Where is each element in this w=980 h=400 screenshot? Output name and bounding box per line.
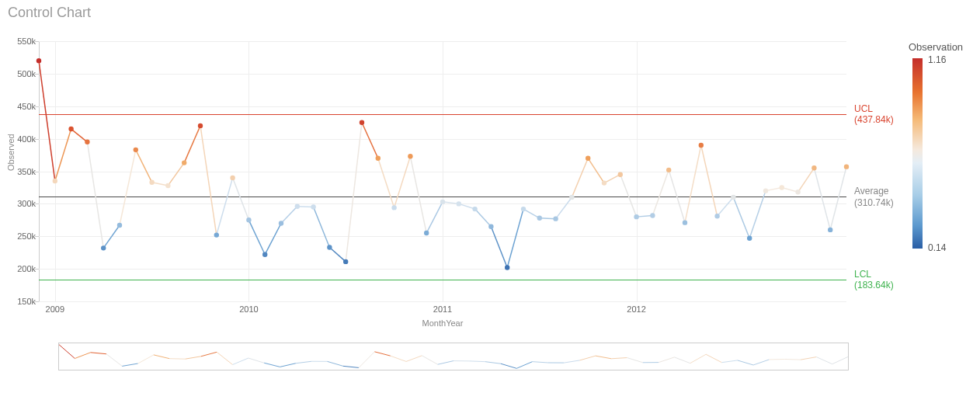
gridline — [39, 301, 846, 302]
svg-point-90 — [683, 220, 687, 224]
svg-line-147 — [785, 359, 801, 360]
svg-point-71 — [376, 156, 381, 161]
svg-line-29 — [507, 209, 523, 267]
svg-rect-151 — [912, 58, 923, 249]
y-tick-mark — [35, 106, 39, 107]
svg-point-73 — [408, 154, 412, 158]
svg-point-84 — [586, 156, 590, 161]
svg-line-21 — [378, 158, 394, 208]
x-tick-label: 2010 — [239, 304, 258, 314]
svg-line-128 — [485, 362, 501, 364]
svg-line-41 — [701, 145, 718, 216]
svg-line-35 — [604, 175, 620, 183]
svg-line-33 — [572, 158, 588, 197]
svg-point-62 — [230, 176, 235, 180]
svg-line-37 — [637, 215, 653, 217]
lcl-label: LCL (183.64k) — [854, 268, 894, 290]
color-legend-gradient — [912, 58, 923, 249]
svg-line-17 — [314, 207, 330, 248]
svg-line-38 — [652, 170, 669, 216]
svg-line-16 — [297, 207, 314, 207]
svg-line-111 — [217, 352, 232, 364]
svg-point-58 — [165, 183, 170, 188]
svg-point-69 — [343, 259, 348, 264]
svg-point-88 — [650, 213, 655, 217]
svg-point-100 — [844, 164, 849, 169]
svg-line-14 — [265, 224, 281, 255]
svg-line-103 — [91, 353, 106, 354]
y-axis-label: Observed — [6, 134, 16, 171]
svg-point-67 — [311, 204, 315, 209]
svg-line-26 — [459, 203, 475, 209]
svg-point-57 — [149, 180, 154, 185]
svg-line-49 — [830, 167, 846, 230]
svg-line-136 — [611, 358, 627, 359]
y-tick-mark — [35, 74, 39, 75]
svg-line-30 — [523, 209, 540, 218]
legend-title: Observation — [909, 41, 963, 53]
svg-line-144 — [738, 360, 753, 365]
range-selector[interactable] — [58, 343, 849, 370]
x-gridline — [248, 41, 249, 301]
svg-point-66 — [295, 204, 300, 209]
svg-point-54 — [101, 245, 106, 250]
svg-line-0 — [39, 61, 55, 181]
svg-line-102 — [75, 353, 90, 359]
svg-point-55 — [117, 223, 122, 228]
svg-line-48 — [814, 168, 830, 230]
svg-line-141 — [690, 354, 706, 363]
y-tick-mark — [35, 172, 39, 172]
svg-line-124 — [422, 356, 437, 364]
svg-line-12 — [233, 178, 249, 220]
svg-line-110 — [201, 352, 217, 356]
y-tick-mark — [35, 301, 39, 302]
svg-line-36 — [620, 175, 637, 217]
svg-line-1 — [55, 129, 71, 181]
svg-line-3 — [87, 142, 103, 249]
y-tick-mark — [35, 269, 39, 270]
y-tick-mark — [35, 41, 39, 42]
svg-line-140 — [674, 357, 690, 363]
svg-line-150 — [832, 357, 848, 363]
y-tick-mark — [35, 139, 39, 140]
chart-plot-area[interactable]: 150k200k250k300k350k400k450k500k550k 200… — [39, 41, 846, 301]
svg-line-13 — [248, 220, 265, 254]
ucl-line — [39, 114, 846, 115]
svg-point-97 — [795, 190, 800, 194]
svg-line-133 — [564, 360, 579, 363]
svg-line-143 — [721, 360, 737, 363]
svg-line-112 — [233, 358, 248, 364]
svg-point-59 — [182, 160, 186, 165]
svg-point-80 — [521, 207, 526, 211]
svg-line-11 — [217, 178, 233, 235]
svg-line-137 — [627, 358, 643, 363]
svg-point-78 — [488, 224, 493, 228]
y-tick-mark — [35, 236, 39, 237]
svg-line-2 — [71, 129, 88, 142]
svg-point-68 — [327, 245, 332, 249]
svg-line-125 — [438, 361, 454, 365]
svg-line-23 — [410, 156, 426, 233]
svg-point-96 — [780, 185, 784, 190]
svg-line-106 — [138, 355, 154, 363]
svg-line-44 — [749, 191, 766, 238]
range-selector-line — [59, 343, 848, 370]
svg-line-22 — [394, 156, 411, 207]
svg-line-145 — [753, 360, 769, 365]
legend-min-label: 0.14 — [928, 242, 946, 253]
svg-point-85 — [602, 180, 606, 185]
svg-line-40 — [685, 145, 701, 223]
svg-line-129 — [501, 363, 516, 368]
legend-max-label: 1.16 — [928, 54, 946, 65]
svg-point-65 — [279, 221, 283, 225]
x-tick-label: 2011 — [433, 304, 452, 314]
svg-line-5 — [120, 150, 136, 225]
svg-point-74 — [424, 231, 429, 235]
svg-line-10 — [200, 126, 217, 235]
svg-line-101 — [59, 345, 75, 359]
svg-line-27 — [475, 209, 492, 227]
x-gridline — [443, 41, 443, 301]
svg-line-45 — [766, 187, 782, 190]
svg-point-81 — [537, 216, 542, 221]
svg-line-8 — [168, 163, 184, 186]
